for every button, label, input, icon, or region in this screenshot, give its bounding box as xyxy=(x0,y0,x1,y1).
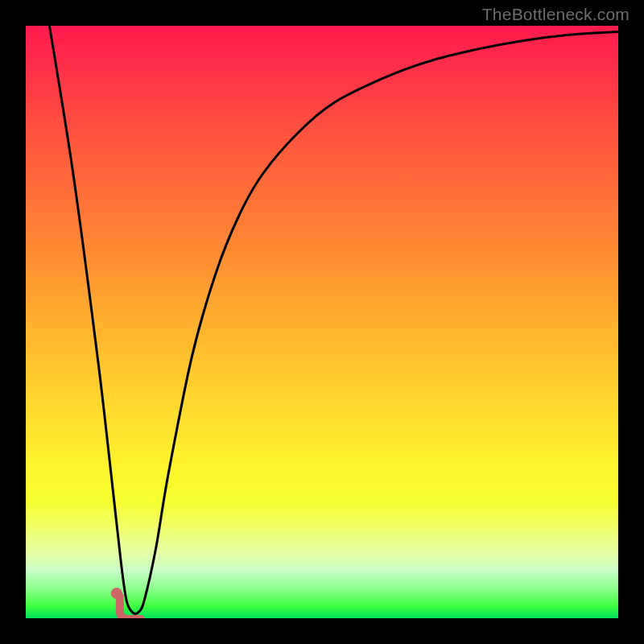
bottleneck-curve xyxy=(49,26,618,613)
trough-marker-dot xyxy=(111,588,122,599)
chart-frame: TheBottleneck.com xyxy=(0,0,644,644)
plot-area xyxy=(26,26,618,618)
watermark-text: TheBottleneck.com xyxy=(482,5,630,24)
curve-layer xyxy=(26,26,618,618)
trough-marker xyxy=(120,597,141,618)
